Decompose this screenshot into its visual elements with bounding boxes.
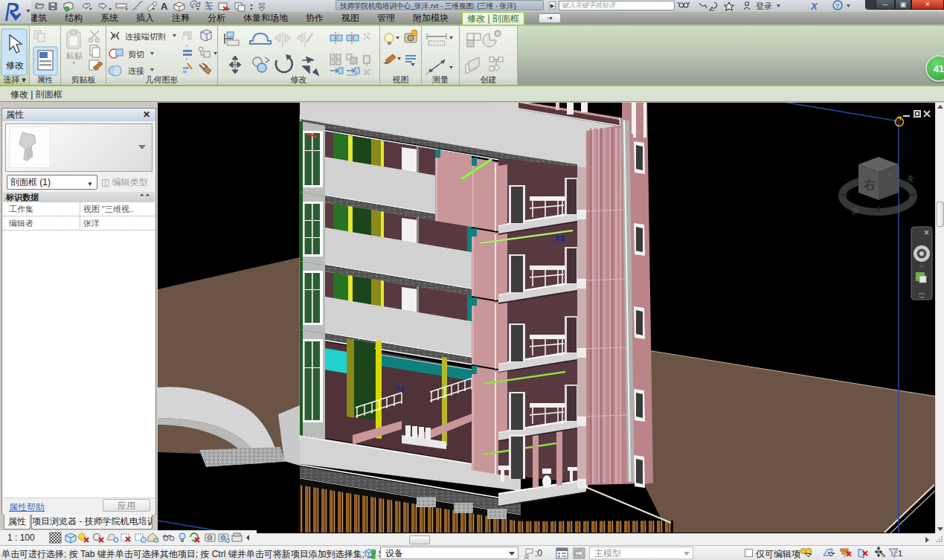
svg-text:?: ?	[835, 2, 839, 10]
svg-text:修改: 修改	[6, 60, 24, 71]
svg-text:连接: 连接	[128, 66, 144, 75]
svg-text:连接端切割: 连接端切割	[125, 32, 166, 41]
svg-text:X: X	[810, 1, 818, 12]
svg-text:登录: 登录	[756, 1, 772, 10]
svg-text:剪切: 剪切	[128, 50, 144, 59]
svg-text:A: A	[161, 1, 168, 12]
svg-text:粘贴: 粘贴	[65, 51, 83, 60]
svg-text:右: 右	[864, 178, 876, 191]
